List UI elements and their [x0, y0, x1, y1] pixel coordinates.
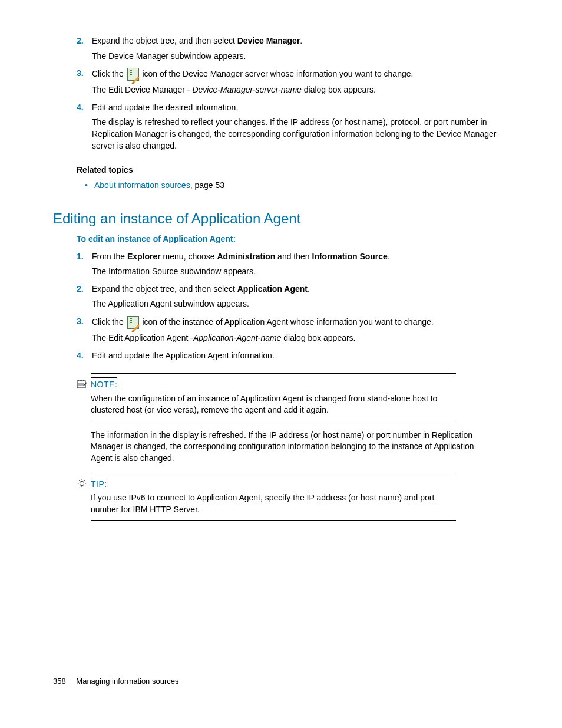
step-body: Edit and update the Application Agent in…	[92, 350, 509, 365]
bold-text: Administration	[217, 252, 275, 261]
list-item: • About information sources, page 53	[85, 180, 509, 192]
step-number: 3.	[77, 316, 92, 328]
tip-callout: TIP: If you use IPv6 to connect to Appli…	[91, 473, 509, 521]
svg-rect-0	[77, 381, 85, 388]
step-3b: 3. Click the icon of the instance of App…	[77, 316, 509, 348]
step-number: 4.	[77, 350, 92, 362]
bullet-icon: •	[85, 180, 94, 192]
text: The Edit Device Manager -	[92, 85, 192, 94]
tip-icon	[77, 479, 87, 488]
text: and then	[275, 252, 312, 261]
step-1: 1. From the Explorer menu, choose Admini…	[77, 251, 509, 281]
bold-text: Device Manager	[237, 36, 300, 45]
step-4: 4. Edit and update the desired informati…	[77, 102, 509, 155]
text: Click the	[92, 317, 126, 327]
bold-text: Information Source	[312, 252, 388, 261]
bold-text: Application Agent	[237, 284, 308, 294]
text: Expand the object tree, and then select	[92, 36, 237, 45]
text: Click the	[92, 69, 126, 78]
note-icon	[77, 379, 87, 388]
note-body: When the configuration of an instance of…	[91, 393, 456, 416]
text: menu, choose	[161, 252, 217, 261]
text: The Information Source subwindow appears…	[92, 266, 509, 278]
italic-text: Application-Agent-name	[193, 333, 281, 342]
text: .	[308, 284, 310, 294]
note-callout: NOTE: When the configuration of an insta…	[91, 373, 509, 421]
text: .	[300, 36, 302, 45]
paragraph: The information in the display is refres…	[91, 430, 509, 465]
footer-title: Managing information sources	[76, 677, 178, 686]
step-3: 3. Click the icon of the Device Manager …	[77, 68, 509, 100]
edit-icon	[127, 316, 139, 329]
step-body: Expand the object tree, and then select …	[92, 35, 509, 65]
related-topics-list: • About information sources, page 53	[85, 180, 509, 192]
step-4b: 4. Edit and update the Application Agent…	[77, 350, 509, 365]
section1-steps: 2. Expand the object tree, and then sele…	[77, 35, 509, 521]
tip-label: TIP:	[91, 477, 107, 490]
text: The Application Agent subwindow appears.	[92, 298, 509, 310]
svg-rect-2	[81, 486, 83, 487]
step-body: From the Explorer menu, choose Administr…	[92, 251, 509, 281]
text: icon of the Device Manager server whose …	[140, 69, 414, 78]
step-number: 2.	[77, 284, 92, 295]
svg-point-1	[80, 481, 84, 485]
related-topics-heading: Related topics	[77, 164, 509, 176]
text: , page 53	[190, 180, 224, 190]
italic-text: Device-Manager-server-name	[192, 85, 301, 94]
tip-body: If you use IPv6 to connect to Applicatio…	[91, 492, 456, 515]
text: dialog box appears.	[302, 85, 376, 94]
step-2b: 2. Expand the object tree, and then sele…	[77, 284, 509, 314]
text: dialog box appears.	[281, 333, 355, 342]
step-body: Click the icon of the instance of Applic…	[92, 316, 509, 348]
bold-text: Explorer	[127, 252, 161, 261]
note-label: NOTE:	[91, 377, 117, 391]
step-body: Expand the object tree, and then select …	[92, 284, 509, 314]
text: Edit and update the Application Agent in…	[92, 350, 509, 362]
step-number: 3.	[77, 68, 92, 80]
page-number: 358	[53, 677, 66, 686]
text: Expand the object tree, and then select	[92, 284, 237, 294]
step-2: 2. Expand the object tree, and then sele…	[77, 35, 509, 65]
edit-icon	[127, 68, 139, 81]
step-number: 2.	[77, 35, 92, 47]
page-heading: Editing an instance of Application Agent	[53, 209, 509, 229]
text: The display is refreshed to reflect your…	[92, 117, 509, 151]
page-footer: 358 Managing information sources	[53, 676, 178, 687]
step-body: Click the icon of the Device Manager ser…	[92, 68, 509, 100]
related-link[interactable]: About information sources	[94, 180, 190, 190]
step-number: 4.	[77, 102, 92, 114]
text: Edit and update the desired information.	[92, 102, 509, 114]
sub-heading: To edit an instance of Application Agent…	[77, 233, 509, 245]
step-number: 1.	[77, 251, 92, 263]
text: The Edit Application Agent -	[92, 333, 193, 342]
text: .	[388, 252, 390, 261]
text: The Device Manager subwindow appears.	[92, 51, 509, 62]
text: From the	[92, 252, 127, 261]
step-body: Edit and update the desired information.…	[92, 102, 509, 155]
text: icon of the instance of Application Agen…	[140, 317, 434, 327]
